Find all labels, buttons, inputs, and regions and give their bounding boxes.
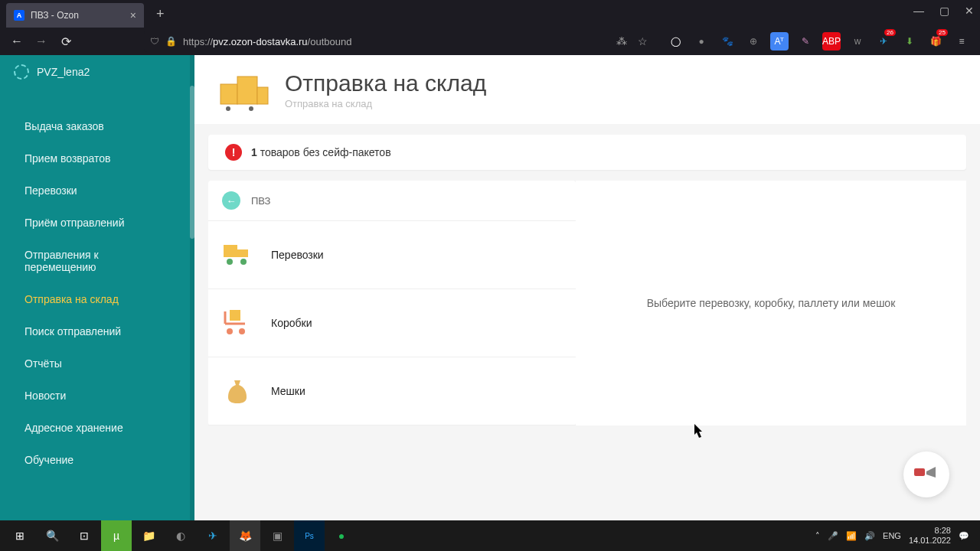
lock-icon: 🔒 (165, 36, 177, 47)
tab-bar: А ПВЗ - Ozon × + — ▢ ✕ (0, 0, 980, 28)
reload-button[interactable]: ⟳ (58, 34, 74, 49)
list-item-label: Перевозки (271, 249, 324, 261)
alert-card[interactable]: ! 1 товаров без сейф-пакетов (208, 135, 966, 170)
svg-rect-0 (220, 84, 237, 104)
left-panel: ← ПВЗ Перевозки Коробки (208, 181, 576, 425)
tray-volume-icon[interactable]: 🔊 (864, 531, 875, 541)
url-input[interactable]: 🛡 🔒 https://pvz.ozon-dostavka.ru/outboun… (144, 31, 603, 52)
taskbar-app-photoshop[interactable]: Ps (294, 520, 325, 551)
translate-icon[interactable]: ⁂ (616, 35, 627, 47)
new-tab-button[interactable]: + (150, 3, 171, 25)
sidebar-item-vydacha[interactable]: Выдача заказов (0, 110, 194, 142)
tray-clock[interactable]: 8:28 14.01.2022 (909, 526, 951, 546)
address-bar: ← → ⟳ 🛡 🔒 https://pvz.ozon-dostavka.ru/o… (0, 28, 980, 55)
bookmark-icon[interactable]: ☆ (638, 35, 648, 47)
sidebar-item-adresnoe[interactable]: Адресное хранение (0, 412, 194, 444)
sidebar-item-priem-vozvratov[interactable]: Прием возвратов (0, 142, 194, 174)
ext-icon[interactable]: ⊕ (744, 32, 763, 51)
ext-adblock-icon[interactable]: ABP (822, 32, 841, 51)
maximize-button[interactable]: ▢ (939, 5, 949, 17)
pvz-row[interactable]: ← ПВЗ (208, 181, 576, 221)
browser-chrome: А ПВЗ - Ozon × + — ▢ ✕ ← → ⟳ 🛡 🔒 https:/… (0, 0, 980, 55)
start-button[interactable]: ⊞ (5, 520, 35, 551)
taskbar-app-explorer[interactable]: 📁 (133, 520, 164, 551)
svg-point-13 (239, 328, 245, 334)
close-window-button[interactable]: ✕ (965, 5, 974, 17)
close-icon[interactable]: × (130, 9, 136, 21)
ext-icon[interactable]: 🎁25 (926, 32, 945, 51)
ext-translate-icon[interactable]: Aᵀ (770, 32, 789, 51)
forward-button[interactable]: → (34, 34, 49, 48)
ext-icon[interactable]: ◯ (666, 32, 684, 51)
sidebar-item-poisk[interactable]: Поиск отправлений (0, 315, 194, 347)
sidebar-item-otchety[interactable]: Отчёты (0, 347, 194, 380)
sidebar-item-novosti[interactable]: Новости (0, 380, 194, 412)
address-actions: ⁂ ☆ (616, 35, 648, 47)
tray-language[interactable]: ENG (883, 531, 901, 540)
svg-rect-1 (237, 77, 257, 104)
ext-icon[interactable]: ✎ (796, 32, 815, 51)
sidebar-item-perevozki[interactable]: Перевозки (0, 174, 194, 207)
minimize-button[interactable]: — (913, 5, 924, 17)
tray-mic-icon[interactable]: 🎤 (828, 531, 838, 541)
taskbar-app-firefox[interactable]: 🦊 (230, 520, 260, 551)
header-titles: Отправка на склад Отправка на склад (285, 70, 486, 109)
taskbar-app-steam[interactable]: ◐ (165, 520, 196, 551)
list-item-korobki[interactable]: Коробки (208, 289, 576, 357)
list-item-perevozki[interactable]: Перевозки (208, 221, 576, 289)
sidebar-item-priem-otpravlenij[interactable]: Приём отправлений (0, 207, 194, 239)
main-area: Отправка на склад Отправка на склад ! 1 … (194, 55, 980, 520)
taskbar-app-spotify[interactable]: ● (326, 520, 357, 551)
taskbar-app-utorrent[interactable]: µ (101, 520, 132, 551)
tab-title: ПВЗ - Ozon (31, 10, 124, 21)
svg-rect-2 (257, 87, 268, 104)
sack-icon (222, 376, 253, 406)
tab-favicon: А (14, 10, 24, 21)
task-view-button[interactable]: ⊡ (69, 520, 100, 551)
browser-menu-button[interactable]: ≡ (952, 32, 971, 51)
sidebar-item-obuchenie[interactable]: Обучение (0, 444, 194, 476)
svg-point-8 (240, 259, 247, 265)
svg-rect-14 (914, 468, 925, 476)
back-button[interactable]: ← (9, 34, 24, 48)
ext-icon[interactable]: ● (692, 32, 710, 51)
list-item-meshki[interactable]: Мешки (208, 357, 576, 425)
svg-rect-9 (230, 310, 240, 321)
ext-icon[interactable]: 🐾 (718, 32, 737, 51)
sidebar-item-otpravleniya-peremeshenie[interactable]: Отправления к перемещению (0, 239, 194, 283)
svg-point-4 (249, 106, 253, 111)
tray-notifications-icon[interactable]: 💬 (959, 531, 969, 541)
shield-icon: 🛡 (150, 36, 159, 47)
panel-row: ← ПВЗ Перевозки Коробки (208, 181, 966, 425)
ext-telegram-icon[interactable]: ✈26 (874, 32, 893, 51)
boxes-illustration-icon (216, 70, 270, 113)
svg-point-7 (227, 259, 233, 265)
ext-vk-icon[interactable]: w (848, 32, 867, 51)
account-label: PVZ_lena2 (37, 66, 90, 78)
cart-icon (222, 308, 253, 338)
windows-taskbar: ⊞ 🔍 ⊡ µ 📁 ◐ ✈ 🦊 ▣ Ps ● ˄ 🎤 📶 🔊 ENG 8:28 … (0, 520, 980, 551)
tray-chevron-icon[interactable]: ˄ (815, 531, 820, 541)
truck-icon (222, 240, 253, 270)
svg-point-12 (227, 328, 233, 334)
sidebar: PVZ_lena2 Выдача заказов Прием возвратов… (0, 55, 194, 520)
barcode-scanner-button[interactable] (903, 452, 949, 497)
page-subtitle: Отправка на склад (285, 98, 486, 109)
search-button[interactable]: 🔍 (37, 520, 67, 551)
list-item-label: Коробки (271, 317, 312, 329)
browser-tab[interactable]: А ПВЗ - Ozon × (6, 3, 144, 28)
ext-download-icon[interactable]: ⬇ (900, 32, 919, 51)
scanner-icon (913, 464, 940, 485)
svg-point-3 (226, 106, 230, 111)
taskbar-app-video[interactable]: ▣ (262, 520, 292, 551)
page-header: Отправка на склад Отправка на склад (194, 55, 980, 124)
account-selector[interactable]: PVZ_lena2 (0, 55, 194, 89)
taskbar-app-telegram[interactable]: ✈ (198, 520, 228, 551)
sidebar-item-otpravka-sklad[interactable]: Отправка на склад (0, 283, 194, 315)
system-tray: ˄ 🎤 📶 🔊 ENG 8:28 14.01.2022 💬 (815, 526, 975, 546)
account-icon (14, 64, 29, 80)
tray-network-icon[interactable]: 📶 (846, 531, 857, 541)
svg-rect-6 (237, 249, 248, 257)
placeholder-text: Выберите перевозку, коробку, паллету или… (647, 297, 896, 309)
alert-icon: ! (225, 144, 242, 161)
